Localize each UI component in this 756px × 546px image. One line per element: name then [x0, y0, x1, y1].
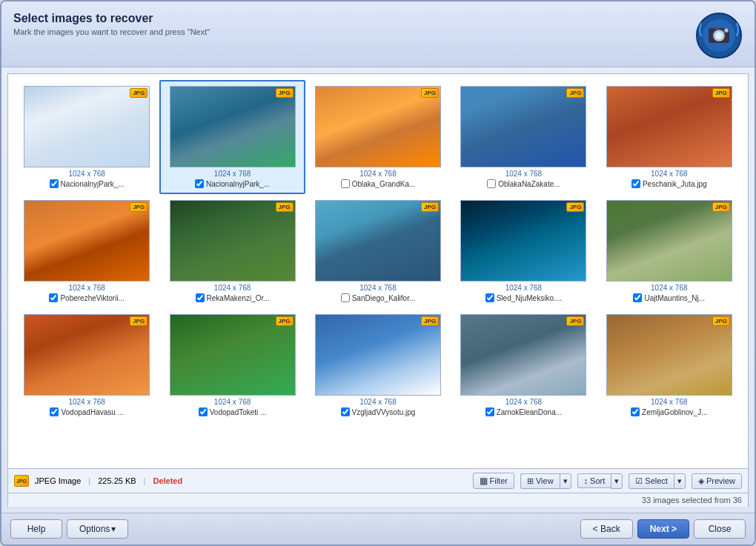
- image-checkbox-3[interactable]: [341, 179, 350, 188]
- image-item-12[interactable]: JPG 1024 x 768 VodopadToketi ...: [159, 308, 305, 422]
- back-button[interactable]: < Back: [580, 519, 633, 539]
- image-item-10[interactable]: JPG 1024 x 768 UajtMauntins_Nj...: [597, 194, 742, 308]
- image-item-3[interactable]: JPG 1024 x 768 Oblaka_GrandKa...: [305, 80, 451, 194]
- thumbnail-6: [24, 201, 149, 281]
- select-button-group: ☑ Select ▾: [629, 473, 686, 489]
- help-button[interactable]: Help: [10, 519, 62, 539]
- image-name-4: OblakaNaZakate...: [498, 180, 560, 188]
- thumbnail-5: [607, 87, 732, 167]
- image-item-5[interactable]: JPG 1024 x 768 Peschanik_Juta.jpg: [597, 80, 742, 194]
- view-button[interactable]: ⊞ View: [520, 473, 560, 489]
- image-item-4[interactable]: JPG 1024 x 768 OblakaNaZakate...: [451, 80, 596, 194]
- thumb-wrapper-5: JPG: [606, 86, 732, 167]
- image-item-8[interactable]: JPG 1024 x 768 SanDiego_Kalifor...: [305, 194, 451, 308]
- image-item-2[interactable]: JPG 1024 x 768 NacionalnyjPark_...: [159, 80, 305, 194]
- image-checkbox-14[interactable]: [485, 407, 494, 416]
- sort-button-group: ↕ Sort ▾: [577, 473, 623, 489]
- select-dropdown[interactable]: ▾: [674, 473, 686, 489]
- main-dialog: Select images to recover Mark the images…: [0, 0, 756, 546]
- thumb-wrapper-8: JPG: [315, 200, 441, 282]
- image-checkbox-4[interactable]: [487, 179, 496, 188]
- image-size-12: 1024 x 768: [214, 398, 251, 406]
- image-label-7: RekaMakenzi_Or...: [196, 293, 270, 302]
- thumb-wrapper-4: JPG: [460, 86, 586, 167]
- sort-button[interactable]: ↕ Sort: [577, 473, 611, 488]
- image-size-8: 1024 x 768: [359, 284, 397, 292]
- image-name-5: Peschanik_Juta.jpg: [643, 180, 707, 188]
- image-size-3: 1024 x 768: [359, 170, 397, 178]
- app-icon: [695, 12, 743, 59]
- jpg-badge-8: JPG: [421, 202, 439, 212]
- file-size: 225.25 KB: [98, 476, 136, 485]
- filter-button[interactable]: ▦ Filter: [473, 473, 514, 489]
- header-text: Select images to recover Mark the images…: [13, 12, 210, 36]
- image-item-13[interactable]: JPG 1024 x 768 VzgljadVVysotu.jpg: [305, 308, 451, 422]
- close-button[interactable]: Close: [694, 519, 746, 539]
- image-item-6[interactable]: JPG 1024 x 768 PoberezheViktorii...: [14, 194, 159, 308]
- filter-icon: ▦: [480, 476, 488, 486]
- image-item-1[interactable]: JPG 1024 x 768 NacionalnyjPark_...: [14, 80, 159, 194]
- jpg-badge-2: JPG: [276, 88, 294, 98]
- thumb-wrapper-15: JPG: [606, 314, 732, 396]
- image-label-15: ZemljaGoblinov_J...: [631, 407, 707, 416]
- separator-1: |: [88, 476, 90, 485]
- sort-dropdown[interactable]: ▾: [611, 473, 623, 489]
- jpg-badge-3: JPG: [421, 88, 439, 98]
- image-grid-container[interactable]: JPG 1024 x 768 NacionalnyjPark_... JPG 1…: [7, 73, 749, 469]
- thumbnail-15: [607, 315, 732, 395]
- image-size-11: 1024 x 768: [68, 398, 105, 406]
- image-item-9[interactable]: JPG 1024 x 768 Sled_NjuMeksiko....: [451, 194, 596, 308]
- image-checkbox-1[interactable]: [50, 179, 59, 188]
- jpg-badge-5: JPG: [712, 88, 730, 98]
- options-label: Options: [79, 524, 110, 534]
- image-size-15: 1024 x 768: [651, 398, 688, 406]
- image-checkbox-6[interactable]: [49, 293, 58, 302]
- jpg-badge-9: JPG: [566, 202, 584, 212]
- image-item-7[interactable]: JPG 1024 x 768 RekaMakenzi_Or...: [159, 194, 305, 308]
- image-checkbox-8[interactable]: [341, 293, 350, 302]
- jpg-badge-12: JPG: [276, 316, 294, 326]
- jpg-badge-15: JPG: [712, 316, 730, 326]
- image-checkbox-10[interactable]: [633, 293, 642, 302]
- image-item-14[interactable]: JPG 1024 x 768 ZamokEleanDona...: [451, 308, 596, 422]
- image-label-9: Sled_NjuMeksiko....: [485, 293, 562, 302]
- image-name-7: RekaMakenzi_Or...: [207, 294, 270, 302]
- dialog-title: Select images to recover: [13, 12, 210, 25]
- image-label-12: VodopadToketi ...: [199, 407, 267, 416]
- thumbnail-2: [170, 87, 295, 167]
- image-checkbox-9[interactable]: [485, 293, 494, 302]
- svg-point-6: [724, 28, 729, 33]
- image-checkbox-12[interactable]: [199, 407, 208, 416]
- image-checkbox-7[interactable]: [196, 293, 205, 302]
- image-label-1: NacionalnyjPark_...: [50, 179, 125, 188]
- image-name-10: UajtMauntins_Nj...: [644, 294, 705, 302]
- image-item-11[interactable]: JPG 1024 x 768 VodopadHavasu ...: [14, 308, 159, 422]
- image-label-3: Oblaka_GrandKa...: [341, 179, 416, 188]
- image-name-14: ZamokEleanDona...: [497, 408, 562, 416]
- image-checkbox-5[interactable]: [631, 179, 640, 188]
- image-checkbox-15[interactable]: [631, 407, 640, 416]
- thumb-wrapper-7: JPG: [170, 200, 296, 282]
- thumbnail-10: [607, 201, 732, 281]
- image-checkbox-2[interactable]: [195, 179, 204, 188]
- image-label-2: NacionalnyjPark_...: [195, 179, 270, 188]
- view-icon: ⊞: [527, 476, 534, 486]
- view-dropdown[interactable]: ▾: [560, 473, 571, 489]
- content-area: JPG 1024 x 768 NacionalnyjPark_... JPG 1…: [1, 67, 755, 513]
- preview-icon: ◈: [698, 476, 704, 486]
- image-item-15[interactable]: JPG 1024 x 768 ZemljaGoblinov_J...: [597, 308, 742, 422]
- file-type: JPEG Image: [35, 476, 81, 485]
- next-button[interactable]: Next >: [637, 519, 689, 539]
- thumb-wrapper-10: JPG: [606, 200, 732, 282]
- image-size-14: 1024 x 768: [505, 398, 543, 406]
- thumb-wrapper-9: JPG: [460, 200, 586, 282]
- select-button[interactable]: ☑ Select: [629, 473, 674, 489]
- thumbnail-4: [461, 87, 586, 167]
- dialog-subtitle: Mark the images you want to recover and …: [13, 27, 210, 36]
- jpg-badge-1: JPG: [130, 88, 147, 98]
- preview-button[interactable]: ◈ Preview: [692, 473, 742, 489]
- options-button[interactable]: Options ▾: [67, 519, 128, 539]
- image-checkbox-11[interactable]: [50, 407, 59, 416]
- image-label-14: ZamokEleanDona...: [485, 407, 562, 416]
- image-checkbox-13[interactable]: [341, 407, 350, 416]
